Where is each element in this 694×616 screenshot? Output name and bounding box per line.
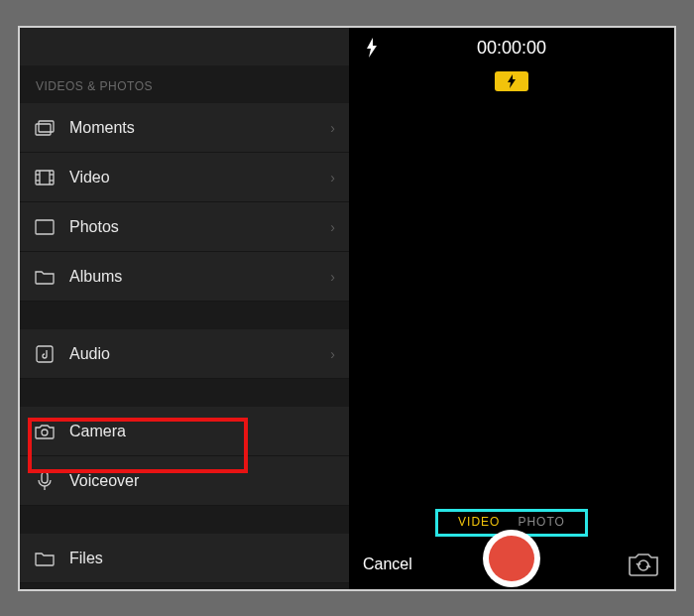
battery-warning-badge [495,71,528,91]
microphone-icon [34,470,56,492]
left-top-bar [20,28,349,65]
sidebar-item-label: Files [69,550,335,567]
stack-icon [34,117,56,139]
sidebar-item-albums[interactable]: Albums › [20,252,349,302]
film-icon [34,167,56,188]
sidebar-item-photos[interactable]: Photos › [20,202,349,252]
music-note-icon [34,343,56,365]
chevron-right-icon: › [330,170,335,185]
chevron-right-icon: › [330,219,335,235]
sidebar-item-video[interactable]: Video › [20,153,349,202]
flash-icon[interactable] [365,38,379,58]
sidebar-item-label: Albums [69,268,330,286]
rectangle-icon [34,216,56,238]
sidebar-item-label: Voiceover [69,472,335,490]
svg-rect-9 [36,220,54,234]
switch-camera-button[interactable] [627,550,660,577]
chevron-right-icon: › [330,269,335,285]
section-gap [20,379,349,407]
folder-icon [34,548,56,569]
chevron-right-icon: › [330,346,335,362]
sidebar-item-label: Photos [69,218,330,236]
camera-capture-panel: 00:00:00 VIDEO PHOTO Cancel [349,28,674,589]
sidebar-item-files[interactable]: Files [20,534,349,583]
section-header-videos-photos: VIDEOS & PHOTOS [20,65,349,103]
sidebar-item-label: Audio [69,345,330,363]
camera-icon [34,421,56,442]
sidebar-item-label: Moments [69,119,330,137]
mode-video[interactable]: VIDEO [458,515,500,529]
folder-icon [34,266,56,288]
svg-rect-12 [42,472,48,483]
cancel-button[interactable]: Cancel [363,555,412,573]
svg-rect-0 [36,124,51,135]
svg-rect-2 [36,171,54,185]
svg-rect-1 [39,121,54,132]
record-button[interactable] [483,530,540,587]
sidebar-item-label: Camera [69,423,335,440]
sidebar-item-moments[interactable]: Moments › [20,103,349,153]
camera-bottom-bar: VIDEO PHOTO Cancel [349,494,674,589]
mode-photo[interactable]: PHOTO [518,515,564,529]
recording-timer: 00:00:00 [477,38,546,59]
chevron-right-icon: › [330,120,335,136]
section-gap [20,302,349,329]
sidebar-item-voiceover[interactable]: Voiceover [20,456,349,506]
section-gap [20,506,349,534]
sidebar-item-label: Video [69,169,330,186]
screenshot-stage: VIDEOS & PHOTOS Moments › Video › [18,26,676,591]
svg-point-11 [42,430,48,435]
media-source-panel: VIDEOS & PHOTOS Moments › Video › [20,28,349,589]
sidebar-item-camera[interactable]: Camera [20,407,349,456]
sidebar-item-audio[interactable]: Audio › [20,329,349,379]
record-button-inner [489,536,534,581]
camera-top-bar: 00:00:00 [349,38,674,58]
